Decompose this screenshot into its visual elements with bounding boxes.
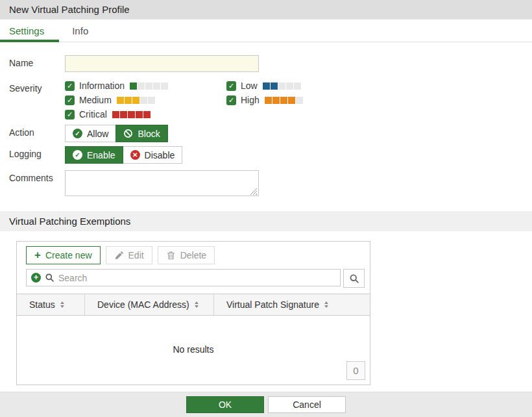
comments-row: Comments [9,170,532,199]
active-tab-indicator [0,40,59,42]
sort-icon [324,301,328,308]
severity-option-low: Low [226,81,303,91]
tab-info[interactable]: Info [72,25,88,36]
search-icon [45,273,54,283]
logging-segmented-control: ✓ Enable ✕ Disable [65,146,182,164]
check-circle-icon: ✓ [73,150,82,160]
allow-label: Allow [87,129,108,139]
status-column-label: Status [29,299,55,310]
search-row: + [26,269,365,288]
table-body: No results 0 [17,316,370,385]
page-title: New Virtual Patching Profile [0,0,532,19]
name-input[interactable] [65,55,259,72]
search-input[interactable] [58,273,335,283]
severity-row: Severity Information Medium [9,81,532,120]
column-header-device-mac[interactable]: Device (MAC Address) [85,294,214,315]
tab-settings[interactable]: Settings [9,25,44,36]
action-segmented-control: ✓ Allow Block [65,125,168,142]
medium-severity-bar [117,97,155,104]
action-block-button[interactable]: Block [115,125,167,142]
low-severity-bar [263,82,301,90]
table-header-row: Status Device (MAC Address) Virtual Patc… [17,294,370,316]
row-count-badge: 0 [346,361,365,380]
logging-row: Logging ✓ Enable ✕ Disable [9,146,532,164]
dialog-footer: OK Cancel [0,392,532,417]
high-label: High [241,95,260,105]
block-icon [123,129,133,138]
x-circle-icon: ✕ [130,150,140,160]
trash-icon [166,251,176,260]
edit-label: Edit [128,250,144,260]
action-label: Action [9,125,65,142]
search-box: + [26,269,341,286]
name-label: Name [9,55,65,72]
sort-icon [195,301,199,308]
critical-checkbox[interactable] [65,110,75,120]
ok-button[interactable]: OK [186,396,264,413]
severity-option-information: Information [65,81,226,91]
add-filter-icon[interactable]: + [31,273,41,283]
medium-label: Medium [79,95,112,105]
delete-label: Delete [180,250,206,260]
action-allow-button[interactable]: ✓ Allow [65,125,116,142]
low-label: Low [241,81,258,91]
exemptions-table-container: + Create new Edit Delete + [16,241,370,385]
column-header-status[interactable]: Status [17,294,85,315]
high-severity-bar [265,97,303,104]
edit-button[interactable]: Edit [106,246,152,264]
sort-icon [60,301,64,308]
device-column-label: Device (MAC Address) [97,299,189,310]
search-submit-button[interactable] [343,269,365,288]
severity-option-critical: Critical [65,109,226,120]
exemptions-toolbar: + Create new Edit Delete [17,242,370,268]
signature-column-label: Virtual Patch Signature [226,299,319,310]
information-label: Information [79,81,125,91]
logging-label: Logging [9,146,65,164]
severity-option-high: High [226,95,303,105]
create-new-label: Create new [45,250,92,260]
enable-label: Enable [87,150,115,160]
plus-icon: + [34,251,41,260]
comments-textarea[interactable] [65,170,259,196]
cancel-button[interactable]: Cancel [268,396,346,413]
severity-option-medium: Medium [65,95,226,105]
new-virtual-patching-profile-dialog: New Virtual Patching Profile Settings In… [0,0,532,417]
critical-severity-bar [112,111,151,118]
information-severity-bar [130,82,168,90]
logging-disable-button[interactable]: ✕ Disable [123,146,183,164]
comments-label: Comments [9,170,65,199]
empty-state-text: No results [17,344,370,355]
delete-button[interactable]: Delete [158,246,215,264]
logging-enable-button[interactable]: ✓ Enable [65,146,123,164]
check-circle-icon: ✓ [73,129,82,138]
low-checkbox[interactable] [226,81,236,91]
critical-label: Critical [79,109,107,120]
create-new-button[interactable]: + Create new [26,246,101,264]
severity-label: Severity [9,81,65,120]
settings-form: Name Severity Information Medium [0,42,532,199]
severity-options: Information Medium Critical [65,81,303,120]
action-row: Action ✓ Allow Block [9,125,532,142]
exemptions-section-header: Virtual Patching Exemptions [0,211,532,231]
pencil-icon [114,251,124,260]
column-header-virtual-patch-signature[interactable]: Virtual Patch Signature [214,294,370,315]
tab-bar: Settings Info [0,19,532,42]
medium-checkbox[interactable] [65,95,75,105]
search-icon [349,273,359,284]
information-checkbox[interactable] [65,81,75,91]
disable-label: Disable [145,150,175,160]
high-checkbox[interactable] [226,95,236,105]
name-row: Name [9,55,532,72]
block-label: Block [138,129,160,139]
